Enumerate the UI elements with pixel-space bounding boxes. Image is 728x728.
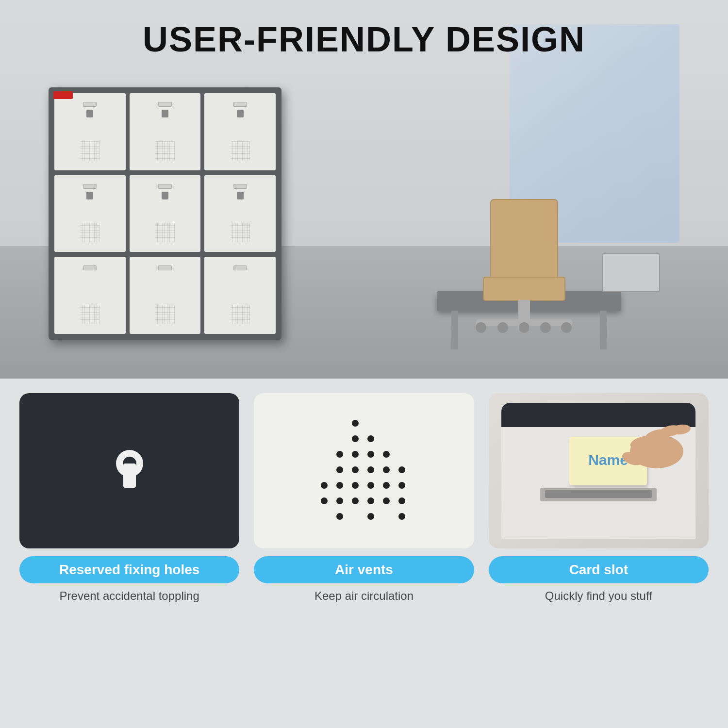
vent-dot — [321, 482, 328, 489]
door-handle — [233, 184, 247, 189]
chair-wheel-3 — [519, 322, 529, 333]
feature-desc-air-vents: Keep air circulation — [314, 589, 414, 603]
door-handle — [158, 102, 172, 107]
desk-leg-left — [451, 311, 458, 349]
features-grid: Reserved fixing holes Prevent accidental… — [19, 393, 709, 603]
vent-dot — [352, 435, 359, 442]
locker-door-1-1 — [54, 93, 126, 170]
chair-wheel-2 — [497, 322, 508, 333]
locker-row-3 — [54, 257, 276, 334]
door-handle — [83, 102, 97, 107]
vent-dot — [367, 497, 374, 504]
feature-desc-card-slot: Quickly find you stuff — [545, 589, 652, 603]
locker-door-3-2 — [130, 257, 201, 334]
bottom-section: Reserved fixing holes Prevent accidental… — [0, 379, 728, 728]
chair-seat — [483, 277, 565, 301]
top-section: USER-FRIENDLY DESIGN — [0, 0, 728, 379]
door-handle — [158, 265, 172, 270]
vent-dot — [336, 497, 343, 504]
door-lock — [162, 192, 168, 199]
page-wrapper: USER-FRIENDLY DESIGN — [0, 0, 728, 728]
feature-badge-card-slot: Card slot — [489, 556, 709, 583]
svg-rect-3 — [123, 463, 136, 488]
locker-door-1-3 — [204, 93, 276, 170]
vent-dot — [367, 482, 374, 489]
feature-desc-fixing-holes: Prevent accidental toppling — [60, 589, 199, 603]
locker-door-2-1 — [54, 175, 126, 252]
door-handle — [233, 265, 247, 270]
vent-dot — [352, 466, 359, 473]
vent-dot — [352, 420, 359, 427]
door-lock — [86, 192, 93, 199]
door-lock — [162, 110, 168, 117]
vent-dot — [398, 513, 405, 520]
locker-door-1-2 — [130, 93, 201, 170]
vent-dot — [336, 451, 343, 458]
feature-image-card-slot: Name — [489, 393, 709, 548]
feature-image-fixing-holes — [19, 393, 239, 548]
vent-dot — [383, 482, 390, 489]
vent-dot — [352, 482, 359, 489]
chair-wheel-1 — [476, 322, 486, 333]
vent-dot — [383, 451, 390, 458]
door-handle — [83, 184, 97, 189]
door-lock — [237, 192, 244, 199]
furniture-area — [427, 116, 670, 349]
vent-dot — [383, 497, 390, 504]
fixing-hole-icon — [108, 437, 151, 505]
vent-dot — [398, 482, 405, 489]
svg-rect-9 — [545, 490, 652, 498]
vent-dot — [321, 497, 328, 504]
feature-badge-fixing-holes: Reserved fixing holes — [19, 556, 239, 583]
vent-dot — [398, 497, 405, 504]
chair-wheel-5 — [561, 322, 572, 333]
chair-back — [490, 199, 558, 286]
page-title: USER-FRIENDLY DESIGN — [143, 0, 585, 59]
door-lock — [237, 110, 244, 117]
desk-leg-right — [600, 311, 607, 349]
vent-dot — [352, 497, 359, 504]
locker-row-2 — [54, 175, 276, 252]
locker-cabinet — [49, 87, 281, 340]
door-handle — [158, 184, 172, 189]
locker-door-3-3 — [204, 257, 276, 334]
vent-dot — [352, 451, 359, 458]
locker-row-1 — [54, 93, 276, 170]
card-slot-illustration: Name — [501, 403, 695, 539]
locker-cabinet-area — [49, 87, 281, 340]
vent-dot — [367, 435, 374, 442]
vent-dot — [367, 466, 374, 473]
vent-dot — [398, 466, 405, 473]
svg-text:Name: Name — [588, 452, 628, 468]
door-handle — [83, 265, 97, 270]
feature-image-air-vents — [254, 393, 474, 548]
office-chair — [476, 199, 573, 335]
vent-dot — [367, 451, 374, 458]
locker-door-2-2 — [130, 175, 201, 252]
svg-rect-6 — [501, 417, 695, 427]
brand-badge — [53, 91, 73, 99]
vent-dot — [367, 513, 374, 520]
locker-door-2-3 — [204, 175, 276, 252]
vent-dot — [383, 466, 390, 473]
vents-dot-grid — [311, 410, 417, 531]
locker-door-3-1 — [54, 257, 126, 334]
feature-card-card-slot: Name — [489, 393, 709, 603]
door-handle — [233, 102, 247, 107]
door-lock — [86, 110, 93, 117]
feature-badge-air-vents: Air vents — [254, 556, 474, 583]
feature-card-fixing-holes: Reserved fixing holes Prevent accidental… — [19, 393, 239, 603]
vent-dot — [336, 513, 343, 520]
laptop — [602, 253, 660, 292]
feature-card-air-vents: Air vents Keep air circulation — [254, 393, 474, 603]
vent-dot — [336, 466, 343, 473]
vent-dot — [336, 482, 343, 489]
chair-wheel-4 — [540, 322, 551, 333]
